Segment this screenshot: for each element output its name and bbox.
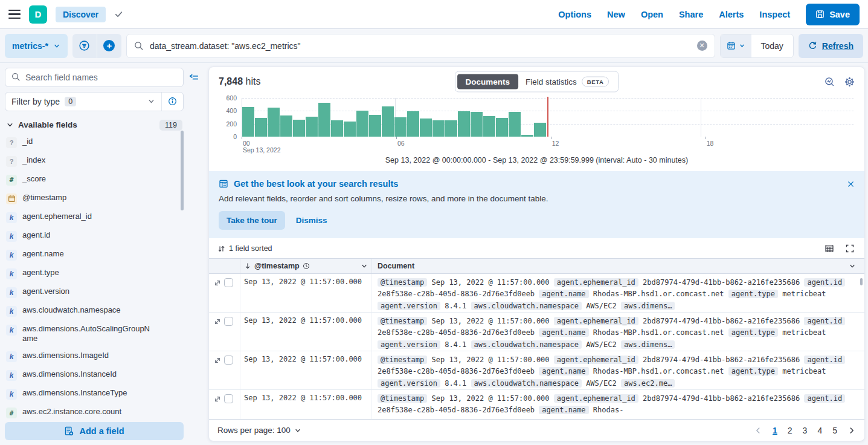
add-filter-button[interactable]: + (97, 34, 121, 58)
histogram-bar (255, 118, 267, 137)
grid-header: @timestamp Document (209, 259, 864, 274)
field-filter-info-button[interactable] (161, 93, 183, 111)
field-name: agent.id (22, 230, 50, 240)
field-search-input[interactable] (25, 73, 177, 82)
field-item-_index[interactable]: ? _index (5, 152, 184, 171)
grid-scrollbar[interactable] (860, 278, 863, 285)
refresh-button[interactable]: Refresh (799, 34, 863, 58)
fields-sidebar: Filter by type 0 Available fields 119 ? … (5, 67, 184, 441)
histogram-bar (344, 122, 356, 137)
field-item-aws.dimensions.ImageId[interactable]: k aws.dimensions.ImageId (5, 347, 184, 366)
fullscreen-icon[interactable] (845, 244, 855, 253)
nav-link-open[interactable]: Open (641, 10, 663, 19)
page-number-5[interactable]: 5 (832, 426, 837, 435)
table-icon (219, 179, 228, 189)
field-item-_id[interactable]: ? _id (5, 133, 184, 152)
expand-row-icon[interactable] (214, 318, 221, 325)
date-picker-button[interactable] (721, 34, 751, 57)
field-name: aws.dimensions.ImageId (22, 351, 109, 360)
filter-by-type-dropdown[interactable]: Filter by type 0 (5, 93, 161, 111)
histogram-plot[interactable] (242, 98, 854, 137)
nav-link-alerts[interactable]: Alerts (719, 10, 744, 19)
histogram-bar (471, 112, 483, 137)
y-tick-label: 0 (219, 133, 237, 140)
data-view-selector[interactable]: metrics-* (5, 34, 68, 58)
field-item-agent.id[interactable]: k agent.id (5, 227, 184, 245)
app-logo[interactable]: D (29, 5, 47, 24)
close-icon[interactable] (847, 180, 855, 188)
nav-link-inspect[interactable]: Inspect (759, 10, 790, 19)
row-checkbox[interactable] (224, 317, 233, 326)
field-item-agent.type[interactable]: k agent.type (5, 264, 184, 283)
take-the-tour-button[interactable]: Take the tour (219, 211, 285, 230)
field-item-agent.version[interactable]: k agent.version (5, 283, 184, 302)
grid-display-icon[interactable] (825, 244, 834, 253)
page-number-4[interactable]: 4 (817, 426, 822, 435)
histogram-bar (331, 120, 343, 137)
add-field-button[interactable]: Add a field (5, 422, 184, 440)
field-chip: agent.id (804, 356, 845, 364)
chevron-down-icon[interactable] (849, 262, 856, 270)
info-icon (168, 97, 177, 106)
expand-row-icon[interactable] (214, 357, 221, 364)
tab-documents[interactable]: Documents (457, 74, 519, 89)
breadcrumb[interactable]: Discover (56, 7, 106, 22)
gear-icon[interactable] (844, 77, 855, 87)
field-name: aws.cloudwatch.namespace (22, 305, 121, 315)
page-number-3[interactable]: 3 (803, 426, 808, 435)
keyword-field-icon: k (6, 325, 17, 336)
save-button[interactable]: Save (806, 4, 860, 25)
page-number-2[interactable]: 2 (788, 426, 792, 435)
nav-link-share[interactable]: Share (679, 10, 703, 19)
row-document: @timestamp Sep 13, 2022 @ 11:57:00.000 a… (372, 351, 864, 389)
field-item-_score[interactable]: # _score (5, 171, 184, 189)
field-item-aws.ec2.instance.core.count[interactable]: # aws.ec2.instance.core.count (5, 403, 184, 422)
dismiss-button[interactable]: Dismiss (296, 216, 327, 225)
nav-link-new[interactable]: New (607, 10, 625, 19)
nav-menu: OptionsNewOpenShareAlertsInspect (558, 10, 790, 19)
chevron-down-icon[interactable] (361, 262, 368, 270)
sorted-fields-button[interactable]: 1 field sorted (217, 244, 272, 253)
keyword-field-icon: k (6, 351, 17, 362)
query-input[interactable] (150, 41, 691, 51)
date-field-icon (6, 193, 17, 204)
row-document: @timestamp Sep 13, 2022 @ 11:57:00.000 a… (372, 274, 864, 312)
rows-per-page-button[interactable]: Rows per page: 100 (217, 426, 301, 435)
sidebar-scrollbar[interactable] (181, 131, 184, 210)
field-item-aws.dimensions.InstanceId[interactable]: k aws.dimensions.InstanceId (5, 366, 184, 385)
chevron-right-icon[interactable] (847, 426, 856, 435)
date-range-label[interactable]: Today (751, 34, 793, 57)
collapse-sidebar-icon[interactable] (189, 73, 199, 83)
menu-icon[interactable] (8, 10, 21, 19)
clear-query-icon[interactable]: ✕ (697, 41, 707, 51)
field-item-aws.dimensions.AutoScalingGroupName[interactable]: k aws.dimensions.AutoScalingGroupName (5, 320, 184, 348)
row-checkbox[interactable] (224, 394, 233, 403)
document-column-header[interactable]: Document (372, 259, 864, 273)
expand-row-icon[interactable] (214, 395, 221, 403)
field-chip: aws.ec2.me… (621, 379, 675, 388)
available-fields-header[interactable]: Available fields 119 (6, 120, 182, 131)
field-item-aws.dimensions.InstanceType[interactable]: k aws.dimensions.InstanceType (5, 385, 184, 403)
chart-options-icon[interactable] (825, 77, 835, 87)
keyword-field-icon: k (6, 370, 17, 381)
row-checkbox[interactable] (224, 278, 233, 287)
beta-badge: BETA (582, 77, 609, 87)
tab-field-statistics[interactable]: Field statistics BETA (518, 74, 616, 90)
saved-query-menu-button[interactable] (72, 34, 97, 58)
page-number-1[interactable]: 1 (773, 426, 777, 435)
histogram-bar (394, 117, 407, 137)
expand-row-icon[interactable] (214, 279, 221, 287)
row-timestamp: Sep 13, 2022 @ 11:57:00.000 (240, 351, 372, 389)
nav-link-options[interactable]: Options (558, 10, 591, 19)
histogram-chart[interactable]: 6004002000 00Sep 13, 2022061218 (219, 96, 855, 152)
field-item-agent.name[interactable]: k agent.name (5, 245, 184, 264)
field-item-agent.ephemeral_id[interactable]: k agent.ephemeral_id (5, 208, 184, 227)
control-column-header (209, 259, 240, 273)
field-item-aws.cloudwatch.namespace[interactable]: k aws.cloudwatch.namespace (5, 302, 184, 320)
timestamp-column-header[interactable]: @timestamp (240, 259, 372, 273)
field-name: _id (22, 137, 33, 146)
chevron-left-icon[interactable] (754, 426, 762, 435)
row-checkbox[interactable] (224, 356, 233, 365)
histogram-bar (445, 120, 457, 137)
field-item-@timestamp[interactable]: @timestamp (5, 189, 184, 208)
